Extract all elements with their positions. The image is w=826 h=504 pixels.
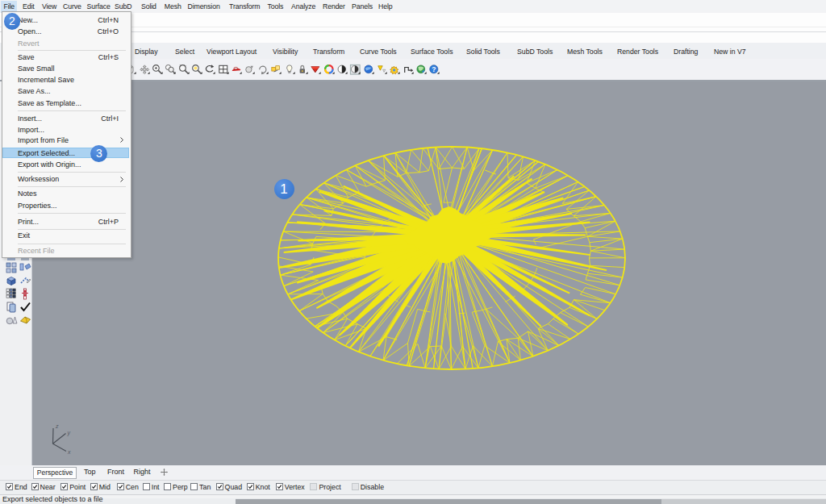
svg-text:?: ? (432, 65, 436, 73)
svg-text:z: z (55, 423, 59, 429)
svg-text:y: y (67, 430, 71, 436)
svg-text:x: x (67, 449, 71, 455)
